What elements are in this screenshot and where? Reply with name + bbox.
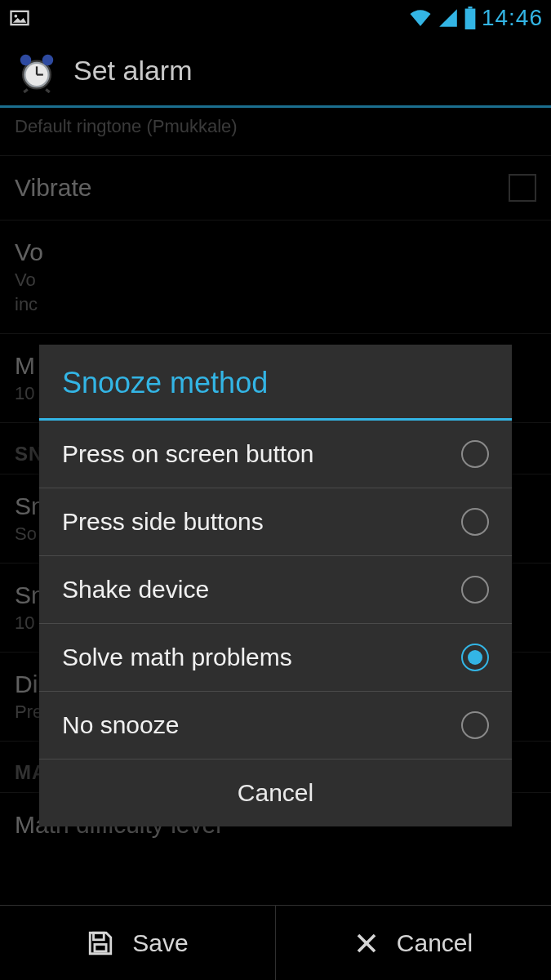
svg-line-10: [24, 89, 28, 91]
dialog-option-label: No snooze: [62, 711, 179, 739]
dialog-option-label: Press side buttons: [62, 508, 264, 536]
save-label: Save: [132, 929, 188, 957]
action-bar: Save Cancel: [0, 905, 551, 980]
picture-icon: [8, 7, 31, 29]
dialog-option-1[interactable]: Press side buttons: [39, 488, 512, 556]
svg-point-8: [20, 54, 32, 65]
radio-icon[interactable]: [461, 508, 489, 536]
dialog-option-label: Shake device: [62, 576, 209, 604]
alarm-clock-icon: [15, 49, 59, 93]
dialog-option-label: Solve math problems: [62, 644, 292, 671]
cancel-button[interactable]: Cancel: [275, 906, 551, 980]
close-icon: [354, 931, 379, 956]
svg-line-11: [46, 89, 50, 91]
dialog-option-2[interactable]: Shake device: [39, 556, 512, 624]
dialog-option-label: Press on screen button: [62, 440, 314, 468]
dialog-snooze-method: Snooze method Press on screen buttonPres…: [39, 345, 512, 826]
status-right: 14:46: [408, 5, 543, 31]
dialog-options: Press on screen buttonPress side buttons…: [39, 421, 512, 760]
svg-point-9: [42, 54, 54, 65]
save-button[interactable]: Save: [0, 906, 275, 980]
cell-signal-icon: [438, 7, 459, 29]
svg-rect-3: [465, 9, 476, 29]
radio-icon[interactable]: [461, 644, 489, 671]
screen: 14:46 Set alarm Default ringtone (Pmukka…: [0, 0, 551, 980]
page-title: Set alarm: [73, 55, 193, 87]
app-header: Set alarm: [0, 36, 551, 108]
dialog-cancel-button[interactable]: Cancel: [39, 760, 512, 826]
svg-rect-2: [468, 7, 472, 9]
status-left: [8, 7, 31, 29]
dialog-option-4[interactable]: No snooze: [39, 692, 512, 760]
status-bar: 14:46: [0, 0, 551, 36]
radio-icon[interactable]: [461, 440, 489, 468]
save-icon: [87, 929, 114, 957]
svg-point-1: [14, 15, 17, 18]
cancel-label: Cancel: [397, 929, 473, 957]
dialog-option-0[interactable]: Press on screen button: [39, 421, 512, 488]
dialog-option-3[interactable]: Solve math problems: [39, 624, 512, 692]
radio-icon[interactable]: [461, 711, 489, 739]
dialog-title: Snooze method: [39, 345, 512, 418]
svg-rect-12: [94, 933, 104, 940]
content: Default ringtone (Pmukkale) Vibrate Vo V…: [0, 108, 551, 905]
battery-icon: [464, 7, 477, 29]
radio-icon[interactable]: [461, 576, 489, 604]
status-clock: 14:46: [482, 5, 543, 31]
wifi-icon: [408, 7, 433, 29]
svg-rect-13: [95, 944, 106, 951]
